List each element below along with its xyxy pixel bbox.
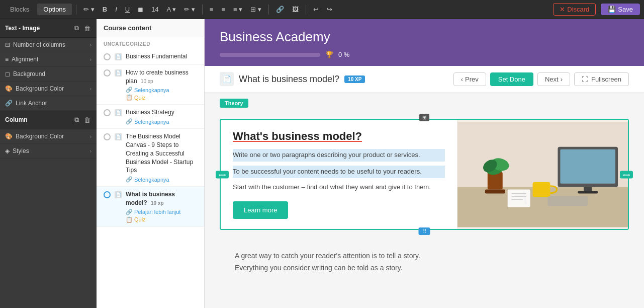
sidebar-item-bg-color[interactable]: 🎨 Background Color › (0, 82, 97, 96)
course-item-icon-3: 📄 (115, 133, 122, 140)
image-column (457, 120, 628, 229)
table-btn[interactable]: ⊞ ▾ (247, 4, 264, 15)
sidebar-item-alignment[interactable]: ≡ Alignment › (0, 52, 97, 67)
block-handle-bottom[interactable]: ⠿ (419, 227, 430, 235)
toolbar-divider-1 (76, 5, 76, 15)
sidebar-item-background[interactable]: ◻ Background (0, 67, 97, 82)
course-radio-1 (104, 69, 111, 76)
toolbar-divider-3 (268, 5, 269, 15)
text-column[interactable]: What's business model? Write one or two … (221, 120, 457, 229)
learn-more-button[interactable]: Learn more (233, 201, 288, 219)
set-done-button[interactable]: Set Done (490, 72, 533, 86)
link-icon-1: 🔗 (126, 87, 133, 93)
list-ul-btn[interactable]: ≡ (207, 4, 217, 15)
sidebar-column-delete-btn[interactable]: 🗑 (83, 115, 91, 125)
align-btn[interactable]: ≡ ▾ (230, 4, 245, 15)
below-text-line1: A great way to catch your reader's atten… (235, 250, 614, 262)
prev-button[interactable]: ‹ Prev (453, 72, 486, 86)
chevron-right-icon-0: › (90, 42, 91, 48)
discard-button[interactable]: ✕ Discard (553, 3, 596, 16)
course-item-content-2: Business Strategy 🔗 Selengkapnya (126, 108, 197, 125)
col-bg-color-icon: 🎨 (5, 133, 13, 140)
content-header: Business Academy 🏆 0 % (205, 19, 644, 66)
course-item-quiz-1[interactable]: 📋 Quiz (126, 94, 197, 101)
toolbar-divider-2 (202, 5, 203, 15)
pencil-btn[interactable]: ✏ ▾ (80, 4, 98, 15)
link-icon-3: 🔗 (126, 176, 133, 183)
pen2-btn[interactable]: ✏ ▾ (181, 4, 198, 15)
italic-btn[interactable]: I (112, 4, 120, 15)
sidebar-item-num-columns-left: ⊟ Number of columns (5, 41, 65, 48)
columns-icon: ⊟ (5, 41, 10, 48)
toolbar: Blocks Options ✏ ▾ B I U ◼ 14 A ▾ ✏ ▾ ≡ … (0, 0, 644, 19)
svg-rect-11 (533, 182, 550, 197)
course-item-content-0: Business Fundamental (126, 52, 197, 61)
save-button[interactable]: 💾 Save (601, 4, 640, 15)
course-item-0[interactable]: 📄 Business Fundamental (97, 49, 204, 65)
sidebar-item-num-columns[interactable]: ⊟ Number of columns › (0, 38, 97, 52)
tab-options[interactable]: Options (37, 4, 72, 15)
sidebar-item-link-anchor[interactable]: 🔗 Link Anchor (0, 96, 97, 111)
color-btn[interactable]: ◼ (135, 4, 146, 15)
xp-badge: 10 XP (344, 75, 365, 83)
resize-handle-left[interactable]: ⟺ (216, 171, 229, 178)
course-item-3[interactable]: 📄 The Business Model Canvas - 9 Steps to… (97, 129, 204, 187)
chevron-right-icon-1: › (90, 57, 91, 62)
course-item-1[interactable]: 📄 How to create business plan 10 xp 🔗 Se… (97, 65, 204, 105)
next-button[interactable]: Next › (537, 72, 570, 86)
x-icon: ✕ (560, 6, 565, 13)
font-btn[interactable]: A ▾ (164, 4, 179, 15)
list-ol-btn[interactable]: ≡ (218, 4, 228, 15)
quiz-icon-1: 📋 (126, 94, 133, 101)
resize-handle-right[interactable]: ⟺ (620, 171, 633, 178)
chevron-right-icon-col1: › (90, 148, 91, 154)
course-item-link-4[interactable]: 🔗 Pelajari lebih lanjut (126, 209, 197, 215)
course-item-2[interactable]: 📄 Business Strategy 🔗 Selengkapnya (97, 105, 204, 129)
course-item-title-3: The Business Model Canvas - 9 Steps to C… (126, 132, 197, 175)
course-item-link-2[interactable]: 🔗 Selengkapnya (126, 118, 197, 125)
bold-btn[interactable]: B (100, 4, 110, 15)
course-item-title-0: Business Fundamental (126, 52, 197, 61)
block-paragraph1: Write one or two paragraphs describing y… (233, 149, 445, 162)
sidebar-copy-btn[interactable]: ⧉ (73, 23, 80, 33)
sidebar-background-label: Background (13, 70, 45, 78)
sidebar-item-link-anchor-left: 🔗 Link Anchor (5, 100, 47, 107)
sidebar-item-col-bg-color[interactable]: 🎨 Background Color › (0, 129, 97, 144)
undo-btn[interactable]: ↩ (310, 4, 322, 15)
sidebar-item-col-styles[interactable]: ◈ Styles › (0, 144, 97, 159)
chevron-left-icon: ‹ (461, 75, 463, 83)
course-item-4[interactable]: 📄 What is business model? 10 xp 🔗 Pelaja… (97, 187, 204, 227)
underline-btn[interactable]: U (122, 4, 133, 15)
course-item-quiz-4[interactable]: 📋 Quiz (126, 216, 197, 223)
chevron-right-icon: › (561, 75, 563, 83)
left-sidebar: Text - Image ⧉ 🗑 ⊟ Number of columns › ≡… (0, 19, 97, 308)
below-text-line2: Everything you consider writing can be t… (235, 262, 614, 274)
svg-rect-3 (560, 149, 615, 184)
below-content: A great way to catch your reader's atten… (220, 240, 629, 284)
link-btn[interactable]: 🔗 (273, 4, 287, 15)
course-item-content-4: What is business model? 10 xp 🔗 Pelajari… (126, 190, 197, 223)
progress-text: 0 % (338, 51, 349, 58)
fullscreen-button[interactable]: ⛶ Fullscreen (574, 72, 629, 86)
link-icon: 🔗 (5, 100, 13, 107)
chevron-right-icon-3: › (90, 86, 91, 92)
sidebar-column-copy-btn[interactable]: ⧉ (73, 115, 80, 125)
image-btn[interactable]: 🖼 (289, 4, 302, 15)
save-icon: 💾 (608, 6, 616, 13)
course-item-link-1[interactable]: 🔗 Selengkapnya (126, 87, 197, 93)
lesson-icon: 📄 (220, 72, 234, 86)
content-body: ⊞ What's business model? Write one or tw… (205, 114, 644, 299)
block-paragraph3: Start with the customer – find out what … (233, 182, 445, 193)
tab-blocks[interactable]: Blocks (4, 4, 35, 15)
main-content: Business Academy 🏆 0 % 📄 What is busines… (205, 19, 644, 308)
desk-image (457, 120, 628, 229)
redo-btn[interactable]: ↪ (324, 4, 335, 15)
sidebar-delete-btn[interactable]: 🗑 (83, 23, 91, 33)
block-handle-top[interactable]: ⊞ (419, 114, 429, 121)
toolbar-divider-4 (306, 5, 306, 15)
course-item-link-3[interactable]: 🔗 Selengkapnya (126, 176, 197, 183)
link-icon-4: 🔗 (126, 209, 133, 215)
fontsize-btn[interactable]: 14 (148, 4, 161, 15)
course-item-xp-1: 10 xp (141, 79, 153, 84)
background-icon: ◻ (5, 70, 10, 78)
